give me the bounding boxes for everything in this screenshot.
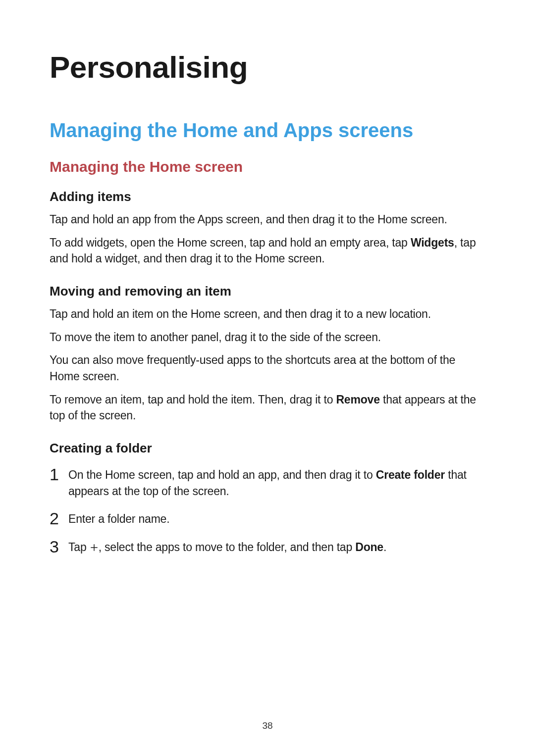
body-text: To add widgets, open the Home screen, ta… (50, 235, 485, 267)
body-text: You can also move frequently-used apps t… (50, 352, 485, 384)
plus-icon (90, 540, 99, 556)
moving-heading: Moving and removing an item (50, 284, 485, 299)
step-item: 1 On the Home screen, tap and hold an ap… (50, 467, 485, 499)
adding-items-heading: Adding items (50, 189, 485, 204)
text-span: To add widgets, open the Home screen, ta… (50, 236, 411, 249)
adding-items-section: Adding items Tap and hold an app from th… (50, 189, 485, 267)
step-number: 2 (50, 510, 68, 527)
body-text: Tap and hold an item on the Home screen,… (50, 306, 485, 322)
step-number: 3 (50, 538, 68, 555)
bold-done: Done (355, 541, 383, 554)
folder-heading: Creating a folder (50, 441, 485, 456)
page-number: 38 (0, 720, 535, 731)
bold-widgets: Widgets (411, 236, 454, 249)
subsection-heading: Managing the Home screen (50, 158, 485, 175)
step-body: On the Home screen, tap and hold an app,… (68, 467, 485, 499)
document-page: Personalising Managing the Home and Apps… (0, 0, 535, 756)
steps-list: 1 On the Home screen, tap and hold an ap… (50, 467, 485, 556)
step-body: Enter a folder name. (68, 511, 485, 527)
page-title: Personalising (50, 50, 485, 85)
bold-create-folder: Create folder (376, 468, 445, 481)
section-heading: Managing the Home and Apps screens (50, 119, 485, 142)
text-span: To remove an item, tap and hold the item… (50, 393, 336, 406)
text-span: On the Home screen, tap and hold an app,… (68, 468, 376, 481)
text-span: , select the apps to move to the folder,… (99, 541, 356, 554)
text-span: . (383, 541, 386, 554)
step-item: 3 Tap , select the apps to move to the f… (50, 539, 485, 556)
body-text: Tap and hold an app from the Apps screen… (50, 211, 485, 228)
step-item: 2 Enter a folder name. (50, 511, 485, 527)
folder-section: Creating a folder 1 On the Home screen, … (50, 441, 485, 556)
step-body: Tap , select the apps to move to the fol… (68, 539, 485, 556)
bold-remove: Remove (336, 393, 379, 406)
moving-section: Moving and removing an item Tap and hold… (50, 284, 485, 424)
text-span: Tap (68, 541, 90, 554)
body-text: To remove an item, tap and hold the item… (50, 392, 485, 424)
step-number: 1 (50, 466, 68, 483)
body-text: To move the item to another panel, drag … (50, 329, 485, 346)
